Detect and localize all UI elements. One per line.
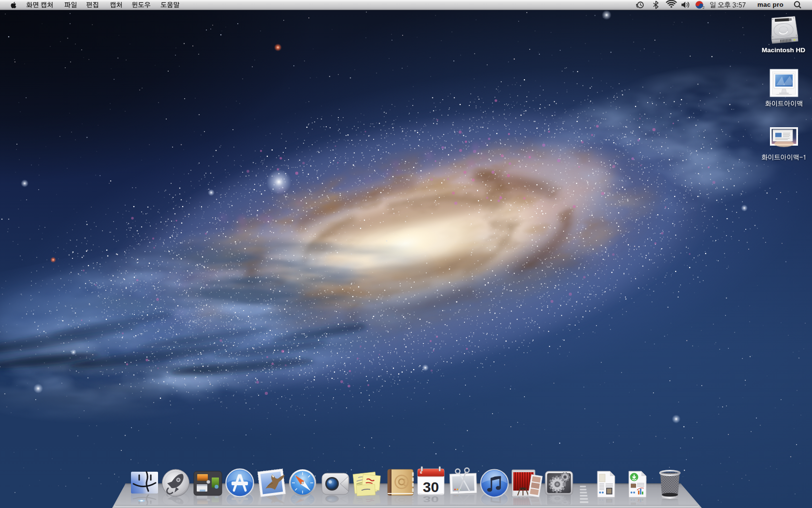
- svg-text:2: 2: [703, 5, 705, 10]
- svg-text:6: 6: [420, 470, 422, 475]
- svg-text:Macintosh HD: Macintosh HD: [762, 46, 805, 54]
- svg-text:30: 30: [423, 479, 439, 495]
